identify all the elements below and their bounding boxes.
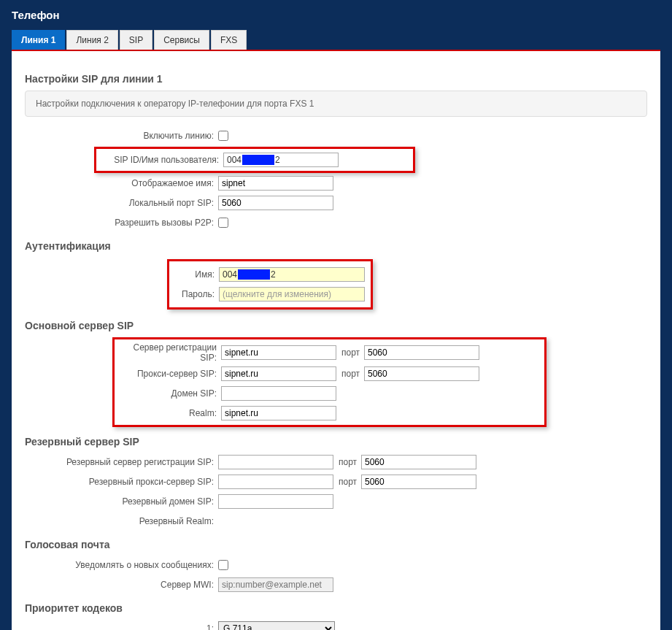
page-title: Телефон (0, 0, 672, 30)
enable-line-label: Включить линию: (25, 131, 218, 141)
proxy-server-label: Прокси-сервер SIP: (119, 369, 221, 379)
enable-line-checkbox[interactable] (218, 131, 228, 141)
auth-name-redacted (238, 269, 270, 280)
sipid-redacted (242, 155, 274, 165)
reg-port-input[interactable] (364, 345, 479, 360)
tab-fxs[interactable]: FXS (211, 30, 247, 50)
local-port-label: Локальный порт SIP: (25, 198, 218, 208)
notify-label: Уведомлять о новых сообщениях: (25, 560, 218, 570)
backup-server-title: Резервный сервер SIP (25, 436, 647, 447)
auth-name-label: Имя: (175, 269, 219, 280)
domain-label: Домен SIP: (119, 388, 221, 399)
main-server-title: Основной сервер SIP (25, 320, 647, 331)
content-panel: Настройки SIP для линии 1 Настройки подк… (12, 50, 660, 630)
sipid-highlight: SIP ID/Имя пользователя: 0042 (94, 147, 415, 173)
auth-name-suffix: 2 (271, 269, 276, 280)
backup-proxy-port-label: порт (336, 477, 359, 487)
sipid-label: SIP ID/Имя пользователя: (99, 155, 223, 165)
sipid-prefix: 004 (227, 155, 242, 165)
sipid-input[interactable]: 0042 (223, 153, 339, 167)
codec1-select[interactable]: G.711a (218, 621, 335, 631)
auth-highlight: Имя: 0042 Пароль: (щелкните для изменени… (167, 259, 373, 310)
backup-domain-input[interactable] (218, 494, 333, 509)
auth-name-prefix: 004 (223, 269, 237, 280)
tab-line1[interactable]: Линия 1 (12, 30, 65, 50)
auth-name-input[interactable]: 0042 (219, 267, 365, 282)
backup-reg-label: Резервный сервер регистрации SIP: (25, 457, 218, 467)
backup-reg-port-input[interactable] (361, 455, 476, 469)
local-port-input[interactable] (218, 196, 333, 210)
backup-proxy-port-input[interactable] (361, 475, 476, 489)
reg-port-label: порт (339, 347, 362, 358)
main-server-highlight: Сервер регистрации SIP: порт Прокси-серв… (112, 337, 547, 427)
codecs-title: Приоритет кодеков (25, 602, 647, 614)
tab-sip[interactable]: SIP (120, 30, 152, 50)
domain-input[interactable] (221, 386, 336, 401)
backup-domain-label: Резервный домен SIP: (25, 496, 218, 507)
backup-proxy-input[interactable] (218, 475, 333, 489)
voicemail-title: Голосовая почта (25, 539, 647, 550)
tab-line2[interactable]: Линия 2 (66, 30, 117, 50)
p2p-checkbox[interactable] (218, 218, 228, 228)
p2p-label: Разрешить вызовы P2P: (25, 218, 218, 228)
realm-input[interactable] (221, 406, 336, 420)
tab-services[interactable]: Сервисы (154, 30, 209, 50)
display-name-input[interactable] (218, 176, 333, 191)
sip-info-box: Настройки подключения к оператору IP-тел… (25, 91, 647, 117)
display-name-label: Отображаемое имя: (25, 178, 218, 188)
realm-label: Realm: (119, 408, 221, 418)
backup-proxy-label: Резервный прокси-сервер SIP: (25, 477, 218, 487)
notify-checkbox[interactable] (218, 560, 228, 570)
auth-title: Аутентификация (25, 240, 647, 252)
reg-server-input[interactable] (221, 345, 336, 360)
mwi-input[interactable] (218, 577, 333, 592)
auth-pass-placeholder: (щелкните для изменения) (223, 289, 331, 299)
auth-pass-label: Пароль: (175, 289, 219, 299)
proxy-server-input[interactable] (221, 366, 336, 381)
backup-reg-port-label: порт (336, 457, 359, 467)
mwi-label: Сервер MWI: (25, 580, 218, 590)
backup-realm-label: Резервный Realm: (25, 516, 218, 526)
sip-settings-title: Настройки SIP для линии 1 (25, 73, 647, 85)
reg-server-label: Сервер регистрации SIP: (119, 342, 221, 363)
backup-reg-input[interactable] (218, 455, 333, 469)
proxy-port-label: порт (339, 369, 362, 379)
codec1-label: 1: (25, 623, 218, 630)
auth-pass-input[interactable]: (щелкните для изменения) (219, 287, 365, 301)
proxy-port-input[interactable] (364, 366, 479, 381)
sipid-suffix: 2 (275, 155, 280, 165)
tabs-bar: Линия 1 Линия 2 SIP Сервисы FXS (0, 30, 672, 50)
